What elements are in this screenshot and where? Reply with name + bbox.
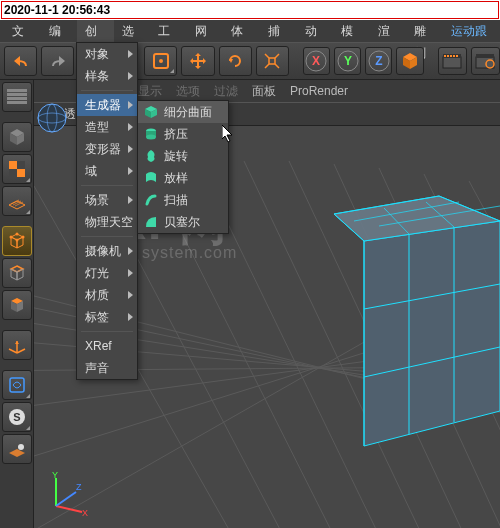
- dd-fields[interactable]: 域: [77, 160, 137, 182]
- dd-sep: [81, 236, 133, 237]
- svg-text:Z: Z: [76, 482, 82, 492]
- sm-label: 扫描: [164, 192, 188, 209]
- svg-text:S: S: [13, 411, 20, 423]
- render-view-button[interactable]: [438, 47, 467, 75]
- menu-animate[interactable]: 动画: [297, 20, 334, 42]
- svg-point-55: [18, 444, 24, 450]
- model-mode-button[interactable]: [2, 122, 32, 152]
- menu-simulate[interactable]: 模拟: [333, 20, 370, 42]
- svg-line-89: [56, 492, 76, 506]
- vp-menu-display[interactable]: 显示: [138, 83, 162, 100]
- points-mode-button[interactable]: [2, 226, 32, 256]
- polygons-mode-button[interactable]: [2, 290, 32, 320]
- menu-sculpt[interactable]: 雕刻: [406, 20, 443, 42]
- viewport-solo-button[interactable]: [2, 370, 32, 400]
- sm-sweep[interactable]: 扫描: [138, 189, 228, 211]
- move-button[interactable]: [181, 46, 214, 76]
- menu-tools[interactable]: 工具: [150, 20, 187, 42]
- svg-marker-47: [11, 269, 17, 280]
- render-settings-button[interactable]: [471, 47, 500, 75]
- menu-render[interactable]: 渲染: [370, 20, 407, 42]
- svg-text:Y: Y: [343, 54, 351, 68]
- dd-material[interactable]: 材质: [77, 284, 137, 306]
- left-tool-strip: S: [0, 80, 34, 528]
- dd-camera[interactable]: 摄像机: [77, 240, 137, 262]
- menu-snap[interactable]: 捕捉: [260, 20, 297, 42]
- live-select-button[interactable]: [144, 46, 177, 76]
- dd-modeling[interactable]: 造型: [77, 116, 137, 138]
- svg-text:X: X: [82, 508, 88, 516]
- svg-rect-30: [7, 97, 27, 100]
- vp-menu-prorender[interactable]: ProRender: [290, 84, 348, 98]
- create-dropdown: 对象 样条 生成器 造型 变形器 域 场景 物理天空 摄像机 灯光 材质 标签 …: [76, 42, 138, 380]
- axis-y-button[interactable]: Y: [334, 47, 361, 75]
- coord-system-button[interactable]: [396, 47, 423, 75]
- dd-sep: [81, 331, 133, 332]
- svg-rect-12: [443, 57, 461, 68]
- cursor-icon: [222, 125, 236, 145]
- viewport-nav-globe-icon[interactable]: [36, 102, 68, 134]
- svg-rect-52: [10, 378, 24, 392]
- scale-button[interactable]: [256, 46, 289, 76]
- svg-rect-14: [444, 55, 446, 57]
- dd-object[interactable]: 对象: [77, 43, 137, 65]
- svg-rect-29: [7, 93, 27, 96]
- make-editable-button[interactable]: [2, 82, 32, 112]
- sm-extrude[interactable]: 挤压: [138, 123, 228, 145]
- dd-deformer[interactable]: 变形器: [77, 138, 137, 160]
- sm-lathe[interactable]: 旋转: [138, 145, 228, 167]
- svg-point-1: [159, 59, 163, 63]
- workplane-button[interactable]: [2, 186, 32, 216]
- cube-object: [334, 196, 500, 446]
- axis-mode-button[interactable]: [2, 330, 32, 360]
- svg-point-27: [146, 135, 156, 140]
- undo-button[interactable]: [4, 46, 37, 76]
- menu-edit[interactable]: 编辑: [41, 20, 78, 42]
- timestamp-bar: 2020-11-1 20:56:43: [1, 1, 499, 19]
- svg-rect-2: [269, 58, 275, 64]
- menu-create[interactable]: 创建: [77, 20, 114, 42]
- axis-z-button[interactable]: Z: [365, 47, 392, 75]
- svg-rect-19: [476, 57, 494, 68]
- menu-select[interactable]: 选择: [114, 20, 151, 42]
- texture-mode-button[interactable]: [2, 154, 32, 184]
- vp-menu-options[interactable]: 选项: [176, 83, 200, 100]
- sm-loft[interactable]: 放样: [138, 167, 228, 189]
- svg-point-44: [9, 236, 12, 239]
- sm-bezier[interactable]: 贝塞尔: [138, 211, 228, 233]
- snap-button[interactable]: S: [2, 402, 32, 432]
- axis-x-button[interactable]: X: [303, 47, 330, 75]
- rotate-button[interactable]: [219, 46, 252, 76]
- sm-label: 挤压: [164, 126, 188, 143]
- dd-xref[interactable]: XRef: [77, 335, 137, 357]
- svg-marker-46: [11, 266, 23, 272]
- subdivision-surface-icon: [144, 105, 158, 119]
- locked-workplane-button[interactable]: [2, 434, 32, 464]
- menu-volume[interactable]: 体积: [223, 20, 260, 42]
- sm-label: 放样: [164, 170, 188, 187]
- menu-tracker[interactable]: 运动跟踪: [443, 20, 500, 42]
- edges-mode-button[interactable]: [2, 258, 32, 288]
- vp-menu-filter[interactable]: 过滤: [214, 83, 238, 100]
- svg-marker-40: [11, 237, 17, 248]
- dd-generator[interactable]: 生成器: [77, 94, 137, 116]
- lathe-icon: [144, 149, 158, 163]
- redo-button[interactable]: [41, 46, 74, 76]
- dd-scene[interactable]: 场景: [77, 189, 137, 211]
- svg-point-42: [15, 233, 18, 236]
- dd-tag[interactable]: 标签: [77, 306, 137, 328]
- app-window: 文件 编辑 创建 选择 工具 网格 体积 捕捉 动画 模拟 渲染 雕刻 运动跟踪…: [0, 20, 500, 528]
- dd-light[interactable]: 灯光: [77, 262, 137, 284]
- sm-subdivision-surface[interactable]: 细分曲面: [138, 101, 228, 123]
- dd-spline[interactable]: 样条: [77, 65, 137, 87]
- svg-rect-37: [9, 169, 17, 177]
- svg-rect-28: [7, 89, 27, 92]
- dd-sound[interactable]: 声音: [77, 357, 137, 379]
- sm-label: 细分曲面: [164, 104, 212, 121]
- svg-rect-35: [9, 161, 17, 169]
- vp-menu-panel[interactable]: 面板: [252, 83, 276, 100]
- sweep-icon: [144, 193, 158, 207]
- dd-physical-sky[interactable]: 物理天空: [77, 211, 137, 233]
- menu-file[interactable]: 文件: [4, 20, 41, 42]
- menu-mesh[interactable]: 网格: [187, 20, 224, 42]
